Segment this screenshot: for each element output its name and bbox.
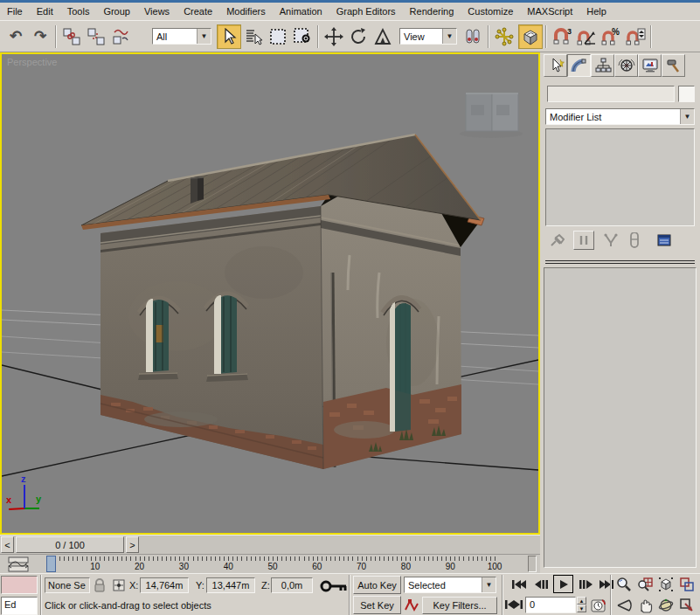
viewport-label[interactable]: Perspective <box>7 57 57 67</box>
y-coordinate-field[interactable]: 13,447m <box>206 577 255 593</box>
min-max-toggle-button[interactable] <box>676 596 697 615</box>
object-color-swatch[interactable] <box>678 86 695 102</box>
spinner-up-icon[interactable]: ▲ <box>577 597 586 605</box>
go-to-start-button[interactable] <box>509 576 528 592</box>
ruler-tick <box>188 556 189 561</box>
pan-button[interactable] <box>634 596 655 615</box>
select-object-button[interactable] <box>217 24 241 49</box>
time-configuration-button[interactable] <box>591 598 606 613</box>
perspective-viewport[interactable]: x y z Perspective <box>0 52 540 535</box>
menu-item[interactable]: Group <box>96 3 137 19</box>
current-frame-marker[interactable] <box>46 556 56 572</box>
selection-filter-value: All <box>153 31 197 42</box>
tab-modify[interactable] <box>567 54 591 77</box>
menu-item[interactable]: Rendering <box>403 3 461 19</box>
tab-utilities[interactable] <box>662 54 685 77</box>
select-by-name-icon[interactable] <box>241 24 266 49</box>
percent-snap-toggle-icon[interactable]: % <box>599 24 623 49</box>
angle-snap-toggle-icon[interactable] <box>574 24 599 49</box>
splitter[interactable] <box>40 575 42 615</box>
zoom-button[interactable] <box>613 575 634 594</box>
snaps-toggle-3d-icon[interactable]: 3 <box>550 24 574 49</box>
spinner-snap-toggle-icon[interactable] <box>623 24 648 49</box>
rectangular-selection-region-icon[interactable] <box>266 24 290 49</box>
chevron-down-icon[interactable]: ▼ <box>680 109 694 124</box>
previous-frame-button[interactable] <box>531 576 550 592</box>
menu-item[interactable]: Views <box>137 3 177 19</box>
maxscript-mini-listener[interactable]: Ed <box>1 597 38 615</box>
selection-lock-icon[interactable] <box>93 577 107 593</box>
next-frame-button[interactable] <box>577 576 595 592</box>
object-name-field[interactable] <box>547 86 675 102</box>
undo-icon[interactable]: ↶ <box>3 24 28 49</box>
menu-item[interactable]: Customize <box>461 3 520 19</box>
pin-stack-button[interactable] <box>547 231 566 250</box>
bind-to-space-warp-icon[interactable] <box>108 24 133 49</box>
ruler-tick <box>299 556 300 561</box>
make-unique-button[interactable] <box>601 231 620 250</box>
z-coordinate-field[interactable]: 0,0m <box>271 577 313 593</box>
current-frame-field[interactable]: 0 <box>525 597 576 613</box>
previous-frame-arrow-button[interactable]: < <box>1 536 14 553</box>
chevron-down-icon[interactable]: ▼ <box>197 29 211 44</box>
zoom-all-button[interactable] <box>634 575 655 594</box>
key-mode-toggle-button[interactable] <box>505 599 523 610</box>
menu-item[interactable]: Graph Editors <box>329 3 403 19</box>
x-coordinate-field[interactable]: 14,764m <box>140 577 189 593</box>
set-key-button[interactable]: Set Key <box>353 596 401 614</box>
menu-item[interactable]: Create <box>177 3 219 19</box>
arc-rotate-button[interactable] <box>655 596 676 615</box>
tab-motion[interactable] <box>614 54 638 77</box>
menu-item[interactable]: File <box>0 3 30 19</box>
default-tangent-icon[interactable] <box>404 598 419 613</box>
tab-create[interactable] <box>544 54 567 77</box>
menu-item[interactable]: Help <box>579 3 613 19</box>
menu-item[interactable]: Modifiers <box>219 3 273 19</box>
select-and-scale-icon[interactable] <box>371 24 395 49</box>
modifier-list-dropdown[interactable]: Modifier List ▼ <box>545 108 695 125</box>
chevron-down-icon[interactable]: ▼ <box>442 29 456 44</box>
selection-filter-dropdown[interactable]: All ▼ <box>152 28 211 45</box>
key-filters-button[interactable]: Key Filters... <box>422 597 497 614</box>
tab-display[interactable] <box>638 54 662 77</box>
use-pivot-point-center-icon[interactable] <box>461 24 485 49</box>
menu-item[interactable]: MAXScript <box>520 3 579 19</box>
modifier-stack-list[interactable] <box>545 128 695 226</box>
chevron-down-icon[interactable]: ▼ <box>482 577 496 592</box>
track-bar[interactable]: 0102030405060708090100 <box>0 554 540 573</box>
ruler-tick <box>202 556 203 561</box>
frame-spinner[interactable]: ▲ ▼ <box>577 597 586 613</box>
field-of-view-button[interactable] <box>613 596 634 615</box>
menu-item[interactable]: Tools <box>60 3 97 19</box>
remove-modifier-button[interactable] <box>624 231 643 250</box>
time-slider-handle[interactable]: 0 / 100 <box>16 536 124 553</box>
unlink-selection-icon[interactable] <box>84 24 108 49</box>
select-and-rotate-icon[interactable] <box>346 24 371 49</box>
zoom-extents-all-button[interactable] <box>676 575 697 594</box>
configure-modifier-sets-button[interactable] <box>654 231 675 250</box>
play-button[interactable] <box>553 575 573 593</box>
go-to-end-button[interactable] <box>597 576 615 592</box>
select-and-link-icon[interactable] <box>59 24 84 49</box>
redo-icon[interactable]: ↷ <box>28 24 52 49</box>
ruler-tick <box>446 556 447 561</box>
keyboard-override-toggle-button[interactable] <box>518 24 543 49</box>
ruler-tick <box>219 556 220 561</box>
window-crossing-toggle-icon[interactable] <box>290 24 315 49</box>
spinner-down-icon[interactable]: ▼ <box>577 605 586 612</box>
trackbar-ruler[interactable]: 0102030405060708090100 <box>0 555 524 574</box>
select-and-move-icon[interactable] <box>322 24 346 49</box>
absolute-mode-icon[interactable] <box>111 577 127 593</box>
next-frame-arrow-button[interactable]: > <box>126 536 139 553</box>
menu-item[interactable]: Edit <box>30 3 60 19</box>
tab-hierarchy[interactable] <box>591 54 614 77</box>
auto-key-button[interactable]: Auto Key <box>353 576 401 594</box>
prompt-line: Click or click-and-drag to select object… <box>45 600 211 611</box>
key-mode-dropdown[interactable]: Selected ▼ <box>404 577 496 593</box>
menu-item[interactable]: Animation <box>273 3 329 19</box>
maxscript-macro-listener[interactable] <box>1 576 38 594</box>
reference-coordinate-system-dropdown[interactable]: View ▼ <box>399 28 457 45</box>
show-end-result-button[interactable] <box>573 231 594 250</box>
select-and-manipulate-icon[interactable] <box>492 24 516 49</box>
zoom-extents-button[interactable] <box>655 575 676 594</box>
